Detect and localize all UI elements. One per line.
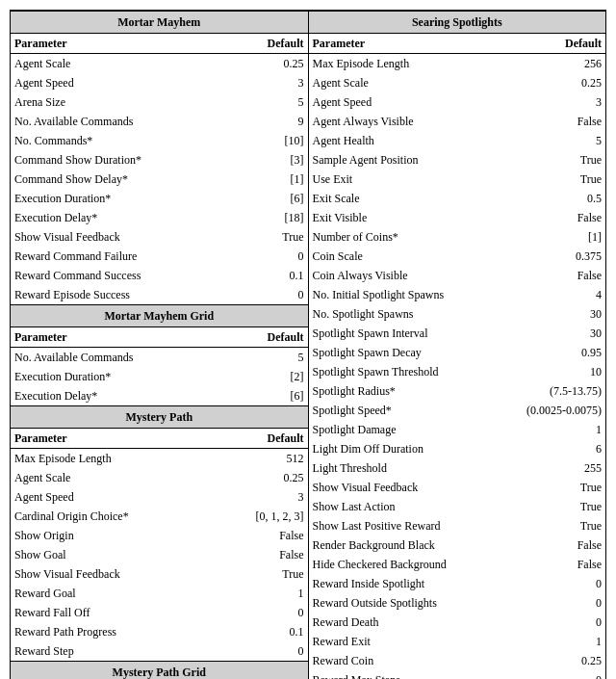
table-row: Reward Exit1	[309, 632, 606, 651]
param-value-cell: True	[516, 170, 605, 189]
param-value-cell: [1]	[516, 227, 605, 247]
param-name-cell: Show Goal	[11, 545, 218, 564]
param-value-cell: [6]	[218, 189, 308, 208]
param-value-cell: 0	[516, 593, 605, 613]
param-name-cell: Agent Always Visible	[309, 112, 517, 131]
left-column: Mortar MayhemParameterDefaultAgent Scale…	[11, 11, 309, 680]
section-title: Mystery Path	[11, 406, 308, 429]
param-value-cell: 1	[516, 632, 605, 651]
table-row: Spotlight Damage1	[309, 420, 606, 439]
table-row: Agent Scale0.25	[11, 54, 308, 74]
param-name-cell: No. Commands*	[11, 131, 218, 150]
param-value-cell: [2]	[218, 367, 308, 386]
param-name-cell: Agent Speed	[11, 487, 218, 507]
param-value-cell: 0.1	[218, 622, 308, 641]
param-name-cell: Reward Command Failure	[11, 247, 218, 266]
param-name-cell: Reward Step	[11, 641, 218, 661]
param-value-cell: 0	[218, 603, 308, 622]
param-name-cell: Reward Inside Spotlight	[309, 574, 517, 593]
table-row: Max Episode Length512	[11, 449, 308, 469]
param-name-cell: No. Spotlight Spawns	[309, 304, 517, 324]
param-value-cell: 9	[218, 112, 308, 131]
param-name-cell: Arena Size	[11, 92, 218, 112]
table-row: Reward Outside Spotlights0	[309, 593, 606, 613]
param-value-cell: 1	[218, 584, 308, 603]
table-row: Agent Speed3	[309, 92, 606, 112]
table-row: Coin Always VisibleFalse	[309, 266, 606, 285]
param-name-cell: Parameter	[11, 34, 218, 54]
table-row: No. Available Commands9	[11, 112, 308, 131]
param-name-cell: Parameter	[309, 34, 517, 54]
param-name-cell: Light Dim Off Duration	[309, 439, 517, 458]
param-value-cell: True	[218, 564, 308, 584]
param-name-cell: Max Episode Length	[309, 54, 517, 74]
param-value-cell: False	[218, 526, 308, 545]
table-row: Cardinal Origin Choice*[0, 1, 2, 3]	[11, 507, 308, 526]
param-value-cell: False	[516, 555, 605, 574]
section-title: Searing Spotlights	[309, 12, 606, 34]
param-name-cell: Agent Scale	[11, 54, 218, 74]
param-name-cell: Spotlight Radius*	[309, 381, 517, 401]
table-row: Show Visual FeedbackTrue	[11, 564, 308, 584]
param-value-cell: [18]	[218, 208, 308, 227]
table-row: Reward Episode Success0	[11, 285, 308, 304]
param-value-cell: False	[516, 266, 605, 285]
section-title-row: Searing Spotlights	[309, 12, 606, 34]
param-name-cell: Reward Path Progress	[11, 622, 218, 641]
param-name-cell: Command Show Duration*	[11, 150, 218, 170]
section-table: Mystery PathParameterDefaultMax Episode …	[11, 405, 308, 661]
table-row: Agent Scale0.25	[309, 73, 606, 92]
param-value-cell: False	[218, 545, 308, 564]
table-row: Spotlight Spawn Threshold10	[309, 362, 606, 381]
table-row: Agent Health5	[309, 131, 606, 150]
section-title: Mortar Mayhem Grid	[11, 305, 308, 327]
param-value-cell: [1]	[218, 170, 308, 189]
param-name-cell: Parameter	[11, 429, 218, 449]
table-row: Spotlight Spawn Decay0.95	[309, 343, 606, 362]
param-name-cell: Command Show Delay*	[11, 170, 218, 189]
table-row: Spotlight Speed*(0.0025-0.0075)	[309, 401, 606, 420]
column-header-row: ParameterDefault	[11, 327, 308, 348]
section-title-row: Mortar Mayhem	[11, 12, 308, 34]
section-table: Searing SpotlightsParameterDefaultMax Ep…	[309, 11, 606, 679]
param-value-cell: 1	[516, 420, 605, 439]
param-name-cell: Sample Agent Position	[309, 150, 517, 170]
table-row: Reward Fall Off0	[11, 603, 308, 622]
param-value-cell: 0.25	[516, 73, 605, 92]
table-row: Show Last ActionTrue	[309, 497, 606, 516]
section-title-row: Mortar Mayhem Grid	[11, 305, 308, 327]
param-name-cell: Max Episode Length	[11, 449, 218, 469]
table-row: Agent Speed3	[11, 73, 308, 92]
column-header-row: ParameterDefault	[11, 429, 308, 449]
table-row: Agent Speed3	[11, 487, 308, 507]
param-value-cell: 0	[218, 285, 308, 304]
param-name-cell: Spotlight Speed*	[309, 401, 517, 420]
table-row: No. Commands*[10]	[11, 131, 308, 150]
table-row: Reward Max Steps0	[309, 670, 606, 679]
table-row: Exit Scale0.5	[309, 189, 606, 208]
param-value-cell: True	[516, 150, 605, 170]
param-value-cell: 4	[516, 285, 605, 304]
table-row: Light Dim Off Duration6	[309, 439, 606, 458]
table-row: Show Last Positive RewardTrue	[309, 516, 606, 535]
table-row: Agent Scale0.25	[11, 468, 308, 487]
table-row: Coin Scale0.375	[309, 247, 606, 266]
param-name-cell: No. Available Commands	[11, 112, 218, 131]
table-row: Show Visual FeedbackTrue	[309, 478, 606, 497]
param-name-cell: Reward Episode Success	[11, 285, 218, 304]
param-name-cell: Show Visual Feedback	[309, 478, 517, 497]
param-name-cell: Show Visual Feedback	[11, 227, 218, 247]
param-value-cell: False	[516, 208, 605, 227]
param-value-cell: Default	[218, 327, 308, 348]
table-row: Reward Command Success0.1	[11, 266, 308, 285]
param-name-cell: Hide Checkered Background	[309, 555, 517, 574]
table-row: Reward Inside Spotlight0	[309, 574, 606, 593]
param-name-cell: Show Origin	[11, 526, 218, 545]
param-name-cell: Reward Coin	[309, 651, 517, 670]
section-title: Mortar Mayhem	[11, 12, 308, 34]
param-value-cell: True	[516, 478, 605, 497]
param-name-cell: Execution Duration*	[11, 189, 218, 208]
table-row: No. Initial Spotlight Spawns4	[309, 285, 606, 304]
param-value-cell: 5	[218, 92, 308, 112]
column-header-row: ParameterDefault	[11, 34, 308, 54]
